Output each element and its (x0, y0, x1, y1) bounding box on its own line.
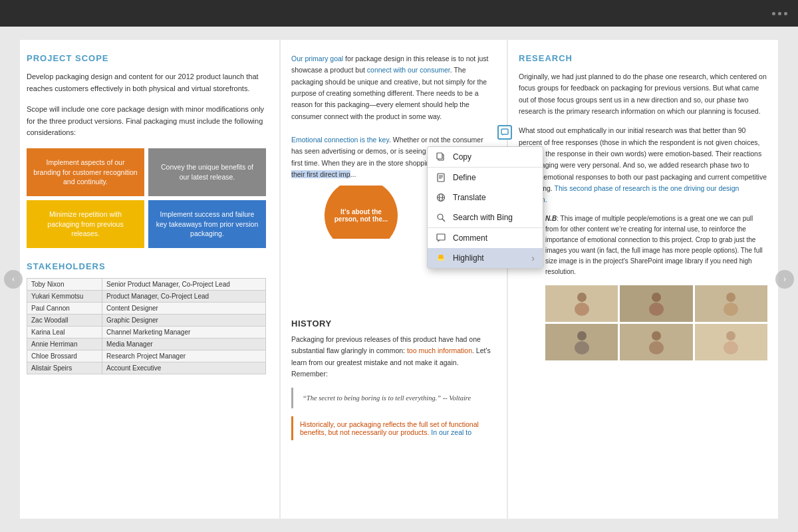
svg-point-20 (575, 303, 589, 316)
too-much-info-link[interactable]: too much information (407, 346, 472, 354)
table-row: Yukari Kemmotsu Product Manager, Co-Proj… (27, 291, 266, 303)
stakeholder-name: Toby Nixon (27, 279, 102, 291)
emotional-link[interactable]: Emotional connection is the key (291, 136, 389, 144)
scope-paragraph-2: Scope will include one core package desi… (27, 104, 266, 139)
copy-icon (436, 152, 446, 162)
table-row: Annie Herriman Media Manager (27, 338, 266, 350)
highlight-icon (436, 253, 446, 263)
photo-cell-1 (545, 285, 618, 322)
stakeholder-name: Annie Herriman (27, 338, 102, 350)
research-paragraph-2: What stood out emphatically in our initi… (519, 125, 767, 205)
stakeholder-name: Chloe Brossard (27, 350, 102, 362)
research-title: RESEARCH (519, 53, 767, 63)
table-row: Paul Cannon Content Designer (27, 303, 266, 315)
note-nb: N.B (545, 215, 557, 222)
table-row: Alistair Speirs Account Executive (27, 362, 266, 374)
photo-cell-6 (695, 324, 767, 360)
page-wrapper: PROJECT SCOPE Develop packaging design a… (0, 27, 798, 532)
stakeholder-role: Research Project Manager (102, 350, 266, 362)
table-row: Toby Nixon Senior Product Manager, Co-Pr… (27, 279, 266, 291)
svg-rect-5 (437, 153, 442, 159)
stakeholder-role: Account Executive (102, 362, 266, 374)
top-bar (0, 0, 798, 27)
left-column: PROJECT SCOPE Develop packaging design a… (20, 40, 279, 519)
svg-point-29 (726, 331, 735, 340)
stakeholder-name: Karina Leal (27, 327, 102, 338)
svg-rect-6 (438, 174, 444, 182)
comment-icon (501, 128, 509, 136)
photo-cell-3 (695, 285, 767, 322)
middle-paragraph-1: Our primary goal for package design in t… (291, 53, 496, 122)
define-icon (436, 172, 446, 183)
svg-rect-17 (438, 259, 444, 261)
context-menu-copy[interactable]: Copy (428, 147, 543, 167)
stakeholder-role: Media Manager (102, 338, 266, 350)
history-title: HISTORY (291, 319, 496, 329)
note-block: N.B: This image of multiple people/emoti… (545, 213, 767, 277)
scope-box-repetition: Minimize repetition with packaging from … (27, 200, 144, 248)
nav-arrow-right[interactable]: › (775, 270, 794, 289)
right-arrow-icon: › (783, 274, 787, 285)
scope-box-benefits: Convey the unique benefits of our latest… (148, 148, 266, 196)
nav-arrow-left[interactable]: ‹ (4, 270, 23, 289)
scope-box-success: Implement success and failure key takeaw… (148, 200, 266, 248)
person-photo-4 (572, 329, 592, 356)
svg-point-26 (575, 341, 589, 354)
dot1 (772, 12, 775, 15)
svg-line-14 (442, 219, 445, 221)
svg-point-24 (724, 303, 738, 316)
history-paragraph: Packaging for previous releases of this … (291, 334, 496, 380)
dots-menu[interactable] (772, 12, 787, 15)
search-label: Search with Bing (453, 213, 513, 222)
history-section: HISTORY Packaging for previous releases … (291, 319, 496, 440)
right-column: RESEARCH Originally, we had just planned… (508, 40, 778, 519)
stakeholder-role: Channel Marketing Manager (102, 327, 266, 338)
primary-goal-link[interactable]: Our primary goal (291, 55, 343, 63)
table-row: Karina Leal Channel Marketing Manager (27, 327, 266, 338)
svg-point-27 (652, 331, 661, 340)
stakeholder-name: Yukari Kemmotsu (27, 291, 102, 303)
stakeholders-table: Toby Nixon Senior Product Manager, Co-Pr… (27, 278, 266, 374)
stakeholder-role: Content Designer (102, 303, 266, 315)
context-menu-translate[interactable]: Translate (428, 188, 543, 207)
table-row: Zac Woodall Graphic Designer (27, 315, 266, 327)
stakeholder-name: Paul Cannon (27, 303, 102, 315)
stakeholder-name: Alistair Speirs (27, 362, 102, 374)
photo-cell-2 (620, 285, 692, 322)
project-scope-title: PROJECT SCOPE (27, 53, 266, 63)
orange-circle: It's about the person, not the... (325, 186, 398, 239)
svg-point-13 (438, 214, 443, 219)
table-row: Chloe Brossard Research Project Manager (27, 350, 266, 362)
dot2 (778, 12, 781, 15)
svg-point-30 (724, 341, 738, 354)
quote-block: “The secret to being boring is to tell e… (291, 388, 496, 408)
svg-point-22 (649, 303, 664, 316)
comment-menu-icon (436, 233, 446, 243)
stakeholders-title: STAKEHOLDERS (27, 261, 266, 271)
svg-rect-15 (437, 234, 445, 240)
translate-label: Translate (453, 193, 486, 202)
context-menu-search[interactable]: Search with Bing (428, 207, 543, 227)
comment-bubble[interactable] (497, 125, 512, 140)
photo-cell-4 (545, 324, 618, 360)
svg-point-21 (652, 293, 661, 302)
context-menu-comment[interactable]: Comment (428, 227, 543, 248)
svg-point-23 (726, 293, 735, 302)
svg-point-28 (649, 341, 664, 354)
svg-point-25 (577, 331, 587, 340)
context-menu-highlight[interactable]: Highlight (428, 248, 543, 268)
person-photo-1 (572, 291, 592, 317)
connect-link[interactable]: connect with our consumer (367, 66, 450, 74)
document-area: ‹ PROJECT SCOPE Develop packaging design… (0, 27, 798, 532)
stakeholder-name: Zac Woodall (27, 315, 102, 327)
context-menu: Copy Define Translate (427, 146, 543, 269)
left-arrow-icon: ‹ (12, 274, 15, 285)
highlight-label: Highlight (453, 253, 484, 263)
comment-label: Comment (453, 233, 487, 243)
dot3 (784, 12, 787, 15)
person-photo-5 (646, 329, 666, 356)
photo-grid (545, 285, 767, 360)
scope-box-branding: Implement aspects of our branding for cu… (27, 148, 144, 196)
context-menu-define[interactable]: Define (428, 167, 543, 188)
copy-label: Copy (453, 152, 471, 162)
